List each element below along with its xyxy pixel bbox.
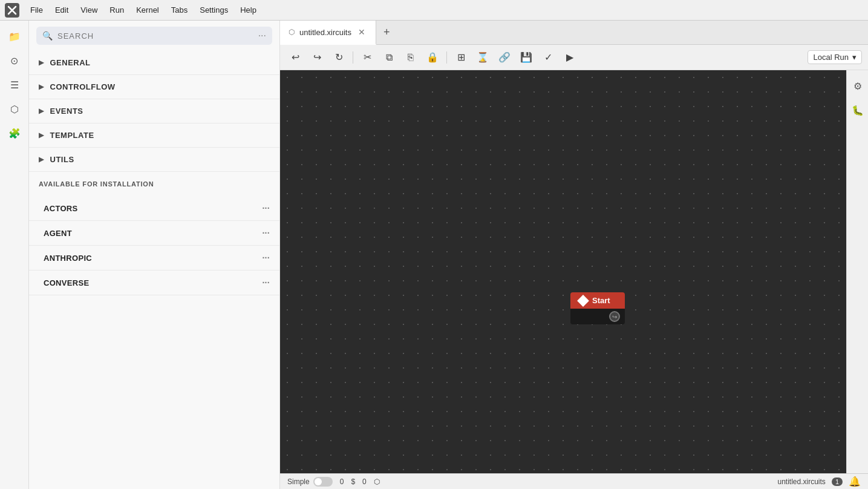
install-item-more-button[interactable]: ···	[262, 278, 270, 287]
dropdown-arrow-icon: ▾	[852, 53, 857, 62]
undo-button[interactable]: ↩	[286, 49, 304, 66]
install-item-anthropic[interactable]: ANTHROPIC ···	[29, 246, 279, 271]
canvas-area[interactable]: Start ↪ Finish →	[280, 70, 846, 473]
status-badge: 1	[832, 478, 843, 486]
menu-help[interactable]: Help	[235, 4, 261, 16]
menu-tabs[interactable]: Tabs	[166, 4, 192, 16]
category-label: EVENTS	[50, 107, 83, 116]
chevron-icon: ▶	[39, 156, 44, 163]
circle-icon[interactable]: ⊙	[4, 50, 25, 71]
install-item-agent[interactable]: AGENT ···	[29, 221, 279, 246]
counter2: 0	[362, 478, 367, 486]
install-item-converse[interactable]: CONVERSE ···	[29, 271, 279, 295]
chevron-icon: ▶	[39, 59, 44, 67]
menu-edit[interactable]: Edit	[50, 4, 73, 16]
table-button[interactable]: ⊞	[452, 49, 470, 66]
install-item-label: CONVERSE	[44, 278, 262, 287]
run-mode-dropdown[interactable]: Local Run ▾	[808, 50, 862, 64]
install-item-more-button[interactable]: ···	[262, 253, 270, 263]
chevron-icon: ▶	[39, 131, 44, 139]
hourglass-button[interactable]: ⌛	[474, 49, 492, 66]
category-general[interactable]: ▶ GENERAL	[29, 51, 279, 75]
panel-scroll[interactable]: ▶ GENERAL ▶ CONTROLFLOW ▶ EVENTS ▶ TEMPL…	[29, 51, 279, 489]
toggle-knob	[315, 478, 322, 485]
tab-add-button[interactable]: +	[376, 26, 397, 39]
category-events[interactable]: ▶ EVENTS	[29, 99, 279, 123]
menu-bar: File Edit View Run Kernel Tabs Settings …	[0, 0, 868, 21]
node-start-label: Start	[592, 296, 610, 305]
tab-untitled-xircuits[interactable]: ⬡ untitled.xircuits ✕	[280, 21, 376, 45]
link-button[interactable]: 🔗	[495, 49, 514, 66]
category-label: TEMPLATE	[50, 131, 94, 140]
right-content: ⬡ untitled.xircuits ✕ + ↩ ↪ ↻ ✂ ⧉ ⎘ 🔒 ⊞ …	[280, 21, 868, 489]
search-input[interactable]	[57, 31, 253, 41]
tab-title: untitled.xircuits	[299, 28, 351, 37]
check-button[interactable]: ✓	[539, 49, 557, 66]
install-item-more-button[interactable]: ···	[262, 228, 270, 238]
right-sidebar: ⚙ 🐛	[846, 70, 868, 473]
refresh-button[interactable]: ↻	[330, 49, 348, 66]
toolbar: ↩ ↪ ↻ ✂ ⧉ ⎘ 🔒 ⊞ ⌛ 🔗 💾 ✓ ▶ Local Run ▾	[280, 45, 868, 70]
run-mode-label: Local Run	[813, 53, 849, 62]
node-start-header: Start	[570, 292, 625, 309]
cube-icon[interactable]: ⬡	[4, 98, 25, 120]
install-item-label: AGENT	[44, 229, 262, 238]
bell-icon[interactable]: 🔔	[849, 476, 861, 487]
dollar-icon: $	[351, 478, 355, 486]
redo-button[interactable]: ↪	[308, 49, 326, 66]
category-label: CONTROLFLOW	[50, 82, 116, 91]
tab-bar: ⬡ untitled.xircuits ✕ +	[280, 21, 868, 45]
node-start-body: ↪	[570, 309, 625, 324]
debug-icon[interactable]: 🐛	[847, 99, 869, 121]
category-label: UTILS	[50, 155, 74, 164]
lock-button[interactable]: 🔒	[423, 49, 442, 66]
settings-gear-icon[interactable]: ⚙	[847, 75, 869, 97]
install-item-label: ACTORS	[44, 204, 262, 213]
toolbar-separator	[446, 51, 447, 64]
start-output-port[interactable]: ↪	[609, 311, 620, 322]
status-right: untitled.xircuits 1 🔔	[778, 476, 861, 487]
tab-close-button[interactable]: ✕	[356, 27, 367, 38]
cut-button[interactable]: ✂	[358, 49, 376, 66]
category-label: GENERAL	[50, 58, 91, 67]
install-item-actors[interactable]: ACTORS ···	[29, 196, 279, 221]
search-bar: 🔍 ···	[36, 27, 272, 45]
puzzle-icon[interactable]: 🧩	[4, 122, 25, 144]
start-diamond-icon	[577, 295, 589, 307]
counter1: 0	[340, 478, 344, 486]
icon-sidebar: 📁 ⊙ ☰ ⬡ 🧩	[0, 21, 29, 489]
status-bar: Simple 0 $ 0 ⬡ untitled.xircuits 1 🔔	[280, 473, 868, 489]
chevron-icon: ▶	[39, 83, 44, 91]
main-layout: 📁 ⊙ ☰ ⬡ 🧩 🔍 ··· ▶ GENERAL ▶ CONTROLFLOW …	[0, 21, 868, 489]
category-utils[interactable]: ▶ UTILS	[29, 148, 279, 172]
menu-settings[interactable]: Settings	[195, 4, 233, 16]
menu-file[interactable]: File	[25, 4, 48, 16]
search-icon: 🔍	[42, 31, 53, 41]
toggle-switch[interactable]	[313, 477, 333, 487]
list-icon[interactable]: ☰	[4, 74, 25, 96]
menu-kernel[interactable]: Kernel	[131, 4, 164, 16]
chevron-icon: ▶	[39, 107, 44, 115]
mode-toggle: Simple	[287, 477, 333, 487]
run-button[interactable]: ▶	[561, 49, 579, 66]
status-filename: untitled.xircuits	[778, 478, 826, 486]
category-template[interactable]: ▶ TEMPLATE	[29, 123, 279, 148]
copy-button[interactable]: ⧉	[380, 49, 398, 66]
chip-icon: ⬡	[374, 478, 380, 486]
available-for-installation-section: AVAILABLE FOR INSTALLATION	[29, 172, 279, 196]
left-panel: 🔍 ··· ▶ GENERAL ▶ CONTROLFLOW ▶ EVENTS ▶…	[29, 21, 280, 489]
install-item-more-button[interactable]: ···	[262, 203, 270, 213]
save-button[interactable]: 💾	[517, 49, 535, 66]
paste-button[interactable]: ⎘	[402, 49, 420, 66]
available-for-installation-title: AVAILABLE FOR INSTALLATION	[39, 180, 270, 188]
mode-label: Simple	[287, 478, 310, 486]
toolbar-separator	[353, 51, 353, 64]
search-more-button[interactable]: ···	[258, 30, 266, 41]
category-controlflow[interactable]: ▶ CONTROLFLOW	[29, 75, 279, 99]
install-item-label: ANTHROPIC	[44, 254, 262, 263]
node-start[interactable]: Start ↪	[570, 292, 625, 324]
menu-run[interactable]: Run	[105, 4, 129, 16]
menu-view[interactable]: View	[76, 4, 102, 16]
folder-icon[interactable]: 📁	[4, 25, 25, 47]
app-logo	[5, 3, 19, 18]
